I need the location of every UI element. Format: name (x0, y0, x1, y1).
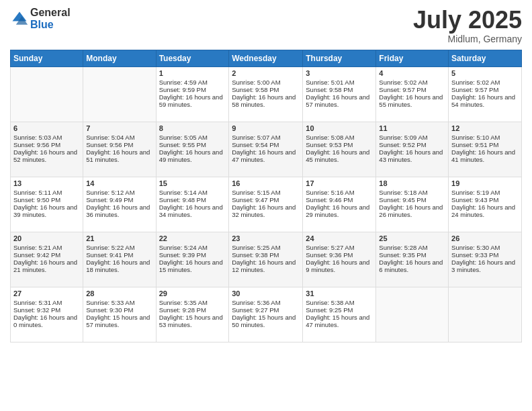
daylight-text: Daylight: 16 hours and 59 minutes. (159, 93, 223, 108)
day-number: 11 (379, 124, 445, 132)
sunrise-text: Sunrise: 5:03 AM (13, 134, 62, 141)
sunset-text: Sunset: 9:59 PM (159, 86, 206, 93)
sunrise-text: Sunrise: 5:25 AM (232, 244, 280, 251)
daylight-text: Daylight: 15 hours and 47 minutes. (306, 314, 369, 328)
sunrise-text: Sunrise: 4:59 AM (159, 79, 208, 86)
sunrise-text: Sunrise: 5:02 AM (379, 79, 427, 86)
sunrise-text: Sunrise: 5:05 AM (159, 134, 208, 141)
sunset-text: Sunset: 9:57 PM (451, 86, 498, 93)
table-row: 22Sunrise: 5:24 AMSunset: 9:39 PMDayligh… (156, 232, 229, 287)
calendar-week-row: 1Sunrise: 4:59 AMSunset: 9:59 PMDaylight… (11, 66, 522, 122)
sunset-text: Sunset: 9:56 PM (13, 141, 60, 148)
daylight-text: Daylight: 16 hours and 18 minutes. (86, 259, 150, 273)
table-row: 6Sunrise: 5:03 AMSunset: 9:56 PMDaylight… (11, 122, 83, 177)
sunset-text: Sunset: 9:53 PM (306, 141, 353, 148)
sunrise-text: Sunrise: 5:12 AM (86, 189, 134, 196)
logo-blue-text: Blue (30, 19, 71, 31)
day-number: 14 (86, 179, 152, 187)
sunset-text: Sunset: 9:50 PM (13, 196, 60, 203)
sunset-text: Sunset: 9:39 PM (159, 251, 206, 259)
logo-icon (10, 9, 29, 28)
sunset-text: Sunset: 9:27 PM (232, 306, 279, 314)
sunset-text: Sunset: 9:45 PM (379, 196, 426, 203)
sunset-text: Sunset: 9:38 PM (232, 251, 279, 259)
daylight-text: Daylight: 16 hours and 41 minutes. (451, 148, 515, 163)
table-row: 2Sunrise: 5:00 AMSunset: 9:58 PMDaylight… (229, 66, 303, 122)
day-number: 4 (379, 69, 445, 77)
table-row: 8Sunrise: 5:05 AMSunset: 9:55 PMDaylight… (156, 122, 229, 177)
daylight-text: Daylight: 15 hours and 53 minutes. (159, 314, 223, 328)
daylight-text: Daylight: 16 hours and 9 minutes. (306, 259, 369, 273)
day-number: 27 (13, 289, 80, 298)
table-row: 21Sunrise: 5:22 AMSunset: 9:41 PMDayligh… (83, 232, 156, 287)
sunrise-text: Sunrise: 5:18 AM (379, 189, 427, 196)
daylight-text: Daylight: 16 hours and 43 minutes. (379, 148, 443, 163)
day-number: 9 (232, 124, 300, 132)
daylight-text: Daylight: 16 hours and 51 minutes. (86, 148, 150, 163)
daylight-text: Daylight: 16 hours and 58 minutes. (232, 93, 296, 108)
table-row: 4Sunrise: 5:02 AMSunset: 9:57 PMDaylight… (376, 66, 449, 122)
daylight-text: Daylight: 16 hours and 3 minutes. (451, 259, 515, 273)
sunrise-text: Sunrise: 5:00 AM (232, 79, 280, 86)
sunset-text: Sunset: 9:30 PM (86, 306, 133, 314)
sunrise-text: Sunrise: 5:19 AM (451, 189, 500, 196)
daylight-text: Daylight: 16 hours and 55 minutes. (379, 93, 443, 108)
sunrise-text: Sunrise: 5:02 AM (451, 79, 500, 86)
daylight-text: Daylight: 16 hours and 36 minutes. (86, 203, 150, 218)
daylight-text: Daylight: 16 hours and 39 minutes. (13, 203, 77, 218)
table-row: 30Sunrise: 5:36 AMSunset: 9:27 PMDayligh… (229, 287, 303, 342)
day-number: 7 (86, 124, 152, 132)
daylight-text: Daylight: 16 hours and 12 minutes. (232, 259, 296, 273)
calendar-week-row: 27Sunrise: 5:31 AMSunset: 9:32 PMDayligh… (11, 287, 522, 342)
daylight-text: Daylight: 16 hours and 21 minutes. (13, 259, 77, 273)
table-row: 20Sunrise: 5:21 AMSunset: 9:42 PMDayligh… (11, 232, 83, 287)
day-number: 5 (451, 69, 519, 77)
calendar-week-row: 6Sunrise: 5:03 AMSunset: 9:56 PMDaylight… (11, 122, 522, 177)
sunrise-text: Sunrise: 5:27 AM (306, 244, 354, 251)
day-number: 31 (306, 289, 373, 298)
daylight-text: Daylight: 16 hours and 26 minutes. (379, 203, 443, 218)
table-row: 9Sunrise: 5:07 AMSunset: 9:54 PMDaylight… (229, 122, 303, 177)
day-number: 17 (306, 179, 373, 187)
sunrise-text: Sunrise: 5:33 AM (86, 299, 134, 306)
col-wednesday: Wednesday (229, 50, 303, 66)
daylight-text: Daylight: 16 hours and 0 minutes. (13, 314, 77, 328)
sunset-text: Sunset: 9:49 PM (86, 196, 133, 203)
month-title: July 2025 (413, 7, 522, 34)
sunset-text: Sunset: 9:35 PM (379, 251, 426, 259)
table-row (11, 66, 83, 122)
sunset-text: Sunset: 9:28 PM (159, 306, 206, 314)
sunset-text: Sunset: 9:32 PM (13, 306, 60, 314)
sunrise-text: Sunrise: 5:21 AM (13, 244, 62, 251)
daylight-text: Daylight: 16 hours and 29 minutes. (306, 203, 369, 218)
table-row: 17Sunrise: 5:16 AMSunset: 9:46 PMDayligh… (303, 177, 376, 232)
table-row (449, 287, 522, 342)
sunrise-text: Sunrise: 5:07 AM (232, 134, 280, 141)
day-number: 10 (306, 124, 373, 132)
table-row: 7Sunrise: 5:04 AMSunset: 9:56 PMDaylight… (83, 122, 156, 177)
sunrise-text: Sunrise: 5:09 AM (379, 134, 427, 141)
sunset-text: Sunset: 9:33 PM (451, 251, 498, 259)
table-row: 28Sunrise: 5:33 AMSunset: 9:30 PMDayligh… (83, 287, 156, 342)
sunset-text: Sunset: 9:54 PM (232, 141, 279, 148)
sunrise-text: Sunrise: 5:01 AM (306, 79, 354, 86)
table-row: 16Sunrise: 5:15 AMSunset: 9:47 PMDayligh… (229, 177, 303, 232)
table-row: 24Sunrise: 5:27 AMSunset: 9:36 PMDayligh… (303, 232, 376, 287)
table-row: 15Sunrise: 5:14 AMSunset: 9:48 PMDayligh… (156, 177, 229, 232)
day-number: 26 (451, 234, 519, 242)
day-number: 15 (159, 179, 226, 187)
table-row: 11Sunrise: 5:09 AMSunset: 9:52 PMDayligh… (376, 122, 449, 177)
table-row: 18Sunrise: 5:18 AMSunset: 9:45 PMDayligh… (376, 177, 449, 232)
table-row: 3Sunrise: 5:01 AMSunset: 9:58 PMDaylight… (303, 66, 376, 122)
day-number: 24 (306, 234, 373, 242)
page: General Blue July 2025 Midlum, Germany S… (0, 0, 532, 411)
day-number: 1 (159, 69, 226, 77)
daylight-text: Daylight: 16 hours and 15 minutes. (159, 259, 223, 273)
table-row: 14Sunrise: 5:12 AMSunset: 9:49 PMDayligh… (83, 177, 156, 232)
title-block: July 2025 Midlum, Germany (413, 7, 522, 44)
daylight-text: Daylight: 16 hours and 47 minutes. (232, 148, 296, 163)
day-number: 3 (306, 69, 373, 77)
logo-text: General Blue (30, 7, 71, 30)
daylight-text: Daylight: 16 hours and 49 minutes. (159, 148, 223, 163)
sunrise-text: Sunrise: 5:31 AM (13, 299, 62, 306)
